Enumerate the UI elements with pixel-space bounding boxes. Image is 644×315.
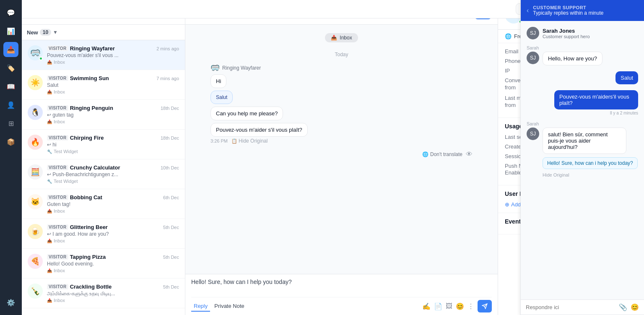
sidebar-icon-reports[interactable]: 📊 xyxy=(3,23,18,39)
sidebar-icon-settings[interactable]: ⚙️ xyxy=(3,295,18,310)
visitor-tag-3: VISITOR xyxy=(47,105,68,111)
popup-messages: SJ Sarah Jones Customer support hero Sar… xyxy=(521,21,644,299)
popup-hide-original[interactable]: Hide Original xyxy=(543,172,638,177)
image-icon-btn[interactable]: 🖼 xyxy=(446,302,452,310)
signature-icon-btn[interactable]: ✍ xyxy=(422,302,431,310)
conv-msg-7: ↩ I am good. How are you? xyxy=(47,231,143,237)
message-help: Can you help me please? xyxy=(210,107,283,120)
avatar-2: ☀️ xyxy=(28,75,43,90)
conv-item-5[interactable]: 🧮 VISITOR Crunchy Calculator 10th Dec ↩ … xyxy=(22,159,185,189)
conv-time-5: 10th Dec xyxy=(161,165,179,170)
source-icon-3: 📥 xyxy=(47,120,52,124)
conversation-list: 🥽 VISITOR Ringing Wayfarer 2 mins ago Po… xyxy=(22,40,185,315)
hide-original-btn[interactable]: Hide Original xyxy=(239,138,267,144)
popup-msg-avatar-2: SJ xyxy=(527,128,539,140)
conv-item-7[interactable]: 🍺 VISITOR Glittering Beer 5th Dec ↩ I am… xyxy=(22,219,185,249)
avatar-4: 🔥 xyxy=(28,135,43,150)
inbox-chip-label: Inbox xyxy=(340,35,352,41)
conv-item-2[interactable]: ☀️ VISITOR Swimming Sun 7 mins ago Salut… xyxy=(22,70,185,100)
popup-input-area: 📎 😊 xyxy=(521,299,644,315)
conv-body-6: VISITOR Bobbing Cat 6th Dec Guten tag! 📥… xyxy=(47,194,179,213)
source-label-9: Inbox xyxy=(54,298,65,303)
more-options-btn[interactable]: ⋮ xyxy=(467,302,474,310)
send-button[interactable] xyxy=(478,300,492,312)
conv-name-1: Ringing Wayfarer xyxy=(70,45,115,52)
date-divider: Today xyxy=(210,52,473,57)
popup-msg-group-2: Sarah SJ salut! Bien sûr, comment puis-j… xyxy=(527,121,638,177)
conv-item-8[interactable]: 🍕 VISITOR Tapping Pizza 5th Dec Hello! G… xyxy=(22,249,185,279)
popup-back-btn[interactable]: ‹ xyxy=(527,7,529,14)
sidebar-icon-inbox[interactable]: 📥 xyxy=(3,42,18,57)
conv-item-3[interactable]: 🐧 VISITOR Ringing Penguin 18th Dec ↩ gut… xyxy=(22,100,185,130)
source-label-3: Inbox xyxy=(54,119,65,124)
popup-msg-avatar-1: SJ xyxy=(527,52,539,64)
emoji-icon-btn[interactable]: 😊 xyxy=(456,302,464,310)
avatar-9: 🍾 xyxy=(28,284,43,299)
source-icon-7: 📥 xyxy=(47,239,52,243)
conv-body-4: VISITOR Chirping Fire 18th Dec ↩ hi 🔧 Te… xyxy=(47,135,179,154)
visitor-tag-9: VISITOR xyxy=(47,284,68,289)
sidebar-icon-book[interactable]: 📖 xyxy=(3,79,18,94)
conv-msg-4: ↩ hi xyxy=(47,142,143,148)
source-label-6: Inbox xyxy=(54,208,65,213)
conv-source-4: 🔧 Test Widget xyxy=(47,149,179,154)
new-filter[interactable]: New 10 ▼ xyxy=(27,29,58,36)
inbox-chip: 📥 Inbox xyxy=(325,33,358,42)
popup-reply-input[interactable] xyxy=(526,304,615,310)
popup-attachment-icon[interactable]: 📎 xyxy=(619,303,627,311)
message-fr: Pouvez-vous m'aider s'il vous plaît? xyxy=(210,123,308,137)
popup-bubble-translated: Hello! Sure, how can i help you today? xyxy=(543,157,638,169)
popup-msg-group-1: Sarah SJ Hello, How are you? xyxy=(527,45,638,65)
popup-emoji-icon[interactable]: 😊 xyxy=(631,303,639,311)
article-icon-btn[interactable]: 📄 xyxy=(434,302,442,310)
sidebar-icon-box[interactable]: 📦 xyxy=(3,134,18,149)
sidebar-icon-grid[interactable]: ⊞ xyxy=(3,116,18,131)
popup-agent-name: Sarah Jones xyxy=(543,28,590,34)
popup-bubble-salut: Salut xyxy=(615,71,638,84)
conv-item-6[interactable]: 🐱 VISITOR Bobbing Cat 6th Dec Guten tag!… xyxy=(22,189,185,219)
conv-source-6: 📥 Inbox xyxy=(47,208,179,213)
sidebar-icon-person[interactable]: 👤 xyxy=(3,97,18,112)
conv-name-9: Crackling Bottle xyxy=(70,284,112,290)
inbox-panel: Inbox ☰ ▦ ⚙ New 10 ▼ 🥽 xyxy=(22,0,185,315)
source-label-5: Test Widget xyxy=(54,179,78,184)
conv-item-4[interactable]: 🔥 VISITOR Chirping Fire 18th Dec ↩ hi 🔧 xyxy=(22,130,185,159)
new-filter-chevron[interactable]: ▼ xyxy=(53,29,58,35)
avatar-6: 🐱 xyxy=(28,194,43,209)
conv-time-9: 5th Dec xyxy=(163,284,179,289)
conv-body-2: VISITOR Swimming Sun 7 mins ago Salut 📥 … xyxy=(47,75,179,94)
chat-panel: Assign to: 👥 Team me... ▼ ✓ 📥 Inbox Toda… xyxy=(185,0,498,315)
translate-settings-icon: 👁 xyxy=(466,151,473,158)
reply-toolbar: Reply Private Note ✍ 📄 🖼 😊 ⋮ xyxy=(191,297,492,312)
conv-item-9[interactable]: 🍾 VISITOR Crackling Bottle 5th Dec அம்மி… xyxy=(22,279,185,308)
avatar-3: 🐧 xyxy=(28,105,43,120)
conv-source-9: 📥 Inbox xyxy=(47,298,179,303)
conv-msg-1: Pouvez-vous m'aider s'il vous ... xyxy=(47,52,143,58)
sidebar-icon-chat[interactable]: 💬 xyxy=(3,5,18,20)
sidebar-icon-contacts[interactable]: 🏷️ xyxy=(3,60,18,75)
source-icon-2: 📥 xyxy=(47,90,52,94)
inbox-chip-icon: 📥 xyxy=(331,35,337,41)
popup-msg-fr: Pouvez-vous m'aiders'il vous plaît? Il y… xyxy=(527,90,638,115)
popup-agent-info: SJ Sarah Jones Customer support hero xyxy=(527,27,638,39)
popup-msg-time: Il y a 2 minutes xyxy=(610,111,638,115)
conv-body-5: VISITOR Crunchy Calculator 10th Dec ↩ Pu… xyxy=(47,164,179,184)
visitor-tag-6: VISITOR xyxy=(47,195,68,200)
conv-source-7: 📥 Inbox xyxy=(47,238,179,243)
reply-input-area: Hello! Sure, how can I help you today? R… xyxy=(185,274,498,315)
conv-source-2: 📥 Inbox xyxy=(47,89,179,94)
new-label: New xyxy=(27,29,38,36)
popup-agent-avatar: SJ xyxy=(527,27,539,39)
toolbar-icons: ✍ 📄 🖼 😊 ⋮ xyxy=(422,300,492,312)
conv-item-1[interactable]: 🥽 VISITOR Ringing Wayfarer 2 mins ago Po… xyxy=(22,40,185,70)
conv-body-1: VISITOR Ringing Wayfarer 2 mins ago Pouv… xyxy=(47,45,179,65)
conv-body-9: VISITOR Crackling Bottle 5th Dec அம்மிக்… xyxy=(47,284,179,303)
reply-input[interactable]: Hello! Sure, how can I help you today? xyxy=(191,279,492,295)
add-icon: ⊕ xyxy=(505,201,509,208)
online-indicator-1 xyxy=(39,57,43,60)
dont-translate-btn[interactable]: 🌐 Don't translate xyxy=(422,151,462,157)
source-icon-9: 📥 xyxy=(47,298,52,303)
reply-tab[interactable]: Reply xyxy=(191,301,210,312)
private-note-tab[interactable]: Private Note xyxy=(212,301,247,312)
popup-agent-role: Customer support hero xyxy=(543,34,590,39)
